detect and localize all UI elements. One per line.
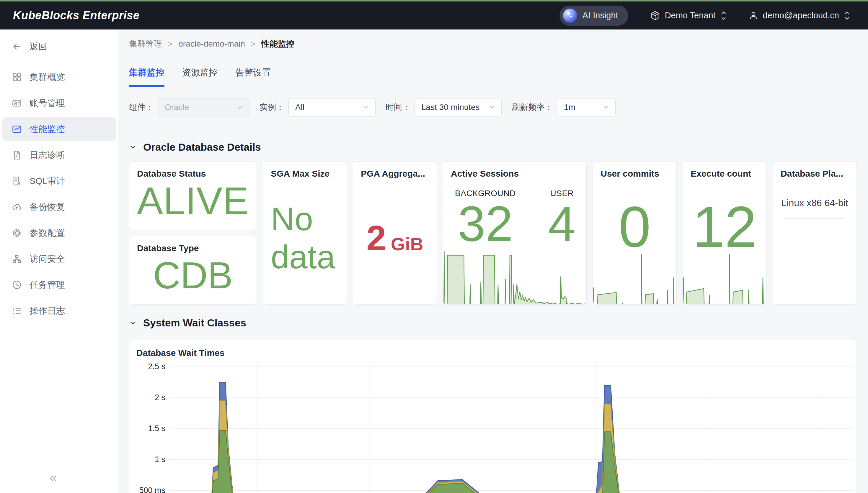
- y-tick-label: 2.5 s: [148, 362, 165, 371]
- card-title: Execute count: [690, 169, 759, 179]
- tenant-box-icon: [650, 10, 660, 21]
- filter-label: 实例：: [260, 102, 284, 113]
- sidebar-item-sql-audit[interactable]: SQL审计: [2, 169, 116, 193]
- user-value: 4: [548, 199, 576, 249]
- sidebar-item-label: 任务管理: [29, 279, 65, 291]
- refresh-rate-select[interactable]: 1m: [557, 98, 615, 116]
- component-select[interactable]: Oracle: [158, 98, 249, 116]
- filter-component: 组件： Oracle: [129, 98, 249, 116]
- card-title: User commits: [601, 169, 669, 179]
- user-commits-card: User commits 0: [592, 161, 677, 305]
- sga-max-size-card: SGA Max Size No data: [263, 161, 347, 305]
- section-oracle-database-details[interactable]: Oracle Database Details: [129, 141, 857, 153]
- y-tick-label: 1.5 s: [148, 424, 165, 433]
- id-card-icon: [12, 98, 22, 108]
- sidebar-item-log-diagnosis[interactable]: 日志诊断: [2, 143, 116, 167]
- user-email: demo@apecloud.cn: [763, 10, 839, 20]
- chevron-down-icon: [488, 104, 496, 111]
- chart-line-icon: [12, 124, 22, 134]
- sidebar-item-backup-restore[interactable]: 备份恢复: [2, 195, 116, 219]
- sidebar-item-label: 性能监控: [29, 123, 65, 135]
- filter-label: 组件：: [129, 102, 154, 113]
- chevron-down-icon: [129, 319, 137, 327]
- sidebar-item-label: 日志诊断: [29, 149, 65, 161]
- sidebar-item-access-security[interactable]: 访问安全: [2, 247, 116, 271]
- sidebar-item-label: 集群概览: [29, 71, 65, 83]
- tenant-switcher[interactable]: Demo Tenant: [650, 10, 727, 21]
- divider: [785, 218, 845, 219]
- y-tick-label: 1 s: [155, 455, 165, 464]
- sidebar-item-label: 返回: [29, 41, 47, 53]
- database-wait-times-panel: Database Wait Times 2.5 s2 s1.5 s1 s500 …: [129, 340, 857, 493]
- tab-resource-monitoring[interactable]: 资源监控: [182, 67, 218, 86]
- select-value: All: [295, 103, 304, 112]
- tab-alert-settings[interactable]: 告警设置: [235, 67, 271, 86]
- sidebar: 返回 集群概览 账号管理 性能监控 日志诊断 SQL审计 备份恢复 参数配置 访…: [0, 29, 118, 493]
- app-logo: KubeBlocks Enterprise: [13, 9, 140, 22]
- filter-label: 刷新频率：: [512, 102, 553, 113]
- select-value: Last 30 minutes: [421, 103, 480, 112]
- sidebar-item-performance-monitoring[interactable]: 性能监控: [2, 117, 116, 141]
- database-status-value: ALIVE: [137, 179, 249, 223]
- y-tick-label: 500 ms: [139, 486, 165, 493]
- instance-select[interactable]: All: [288, 98, 376, 116]
- execute-count-value: 12: [690, 198, 759, 256]
- chevron-updown-icon: [720, 10, 727, 21]
- background-sessions-group: BACKGROUND 32: [455, 189, 516, 249]
- chevron-down-icon: [362, 104, 369, 111]
- user-commits-value: 0: [601, 198, 669, 256]
- database-type-value: CDB: [153, 254, 233, 297]
- sitemap-icon: [12, 254, 22, 264]
- sga-value: No data: [271, 200, 339, 276]
- sidebar-item-operation-log[interactable]: 操作日志: [2, 299, 116, 323]
- sidebar-item-parameter-config[interactable]: 参数配置: [2, 221, 116, 245]
- card-title: Active Sessions: [451, 169, 579, 179]
- breadcrumb-cluster-name[interactable]: oracle-demo-main: [178, 39, 245, 49]
- pga-value: 2 GiB: [366, 218, 423, 258]
- sidebar-item-label: 参数配置: [29, 227, 65, 239]
- card-title: PGA Aggrega...: [361, 169, 429, 179]
- tab-cluster-monitoring[interactable]: 集群监控: [129, 67, 164, 86]
- wait-chart-area: [169, 360, 853, 493]
- section-system-wait-classes[interactable]: System Wait Classes: [129, 317, 857, 329]
- sidebar-item-label: 访问安全: [29, 253, 65, 265]
- database-status-card: Database Status ALIVE: [129, 161, 257, 230]
- active-sessions-groups: BACKGROUND 32 USER 4: [451, 189, 579, 249]
- header-right: ✦✦ AI Insight Demo Tenant demo@apecloud.…: [560, 6, 850, 26]
- main-content: 集群管理 > oracle-demo-main > 性能监控 集群监控 资源监控…: [119, 29, 868, 493]
- tab-bar: 集群监控 资源监控 告警设置: [129, 67, 857, 86]
- sidebar-item-cluster-overview[interactable]: 集群概览: [2, 65, 116, 89]
- y-tick-label: 2 s: [155, 393, 165, 402]
- breadcrumb-separator: >: [251, 40, 255, 49]
- section-title: System Wait Classes: [143, 317, 246, 329]
- sidebar-item-task-management[interactable]: 任务管理: [2, 273, 116, 297]
- section-title: Oracle Database Details: [143, 141, 261, 153]
- filter-label: 时间：: [386, 102, 410, 113]
- sidebar-item-account-management[interactable]: 账号管理: [2, 91, 116, 115]
- time-range-select[interactable]: Last 30 minutes: [415, 98, 502, 116]
- breadcrumb-cluster-management[interactable]: 集群管理: [129, 38, 162, 49]
- sidebar-collapse-button[interactable]: «: [49, 470, 57, 485]
- user-icon: [749, 11, 758, 20]
- filter-bar: 组件： Oracle 实例： All 时间： Last 30 minutes 刷…: [129, 98, 857, 116]
- sidebar-back-button[interactable]: 返回: [2, 35, 116, 58]
- sidebar-item-label: 账号管理: [29, 97, 65, 109]
- execute-count-card: Execute count 12: [683, 161, 767, 305]
- ai-insight-label: AI Insight: [583, 10, 618, 20]
- user-menu[interactable]: demo@apecloud.cn: [749, 10, 850, 21]
- sidebar-item-label: SQL审计: [29, 175, 65, 187]
- metric-cards-row: Database Status ALIVE Database Type CDB …: [129, 161, 857, 292]
- card-title: Database Pla...: [781, 169, 849, 179]
- chevron-down-icon: [602, 104, 609, 111]
- document-icon: [12, 150, 22, 160]
- document-audit-icon: [12, 176, 22, 186]
- cloud-upload-icon: [12, 202, 22, 212]
- database-type-card: Database Type CDB: [129, 236, 257, 305]
- card-title: Database Type: [137, 243, 249, 253]
- arrow-left-icon: [12, 42, 22, 51]
- filter-instance: 实例： All: [260, 98, 376, 116]
- ai-insight-button[interactable]: ✦✦ AI Insight: [560, 6, 628, 26]
- wait-chart-yaxis: 2.5 s2 s1.5 s1 s500 ms: [136, 360, 169, 493]
- wait-times-plot: 2.5 s2 s1.5 s1 s500 ms: [136, 360, 853, 493]
- breadcrumb-separator: >: [168, 40, 173, 49]
